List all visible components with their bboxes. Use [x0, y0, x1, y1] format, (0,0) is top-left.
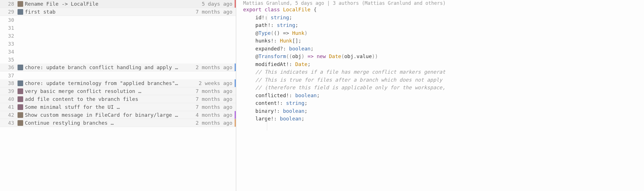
avatar-icon [18, 65, 23, 70]
change-indicator [235, 0, 236, 8]
commit-message: Continue restyling branches … [25, 120, 196, 126]
code-line[interactable]: id!: string; [243, 14, 644, 22]
blame-row[interactable]: 29first stab7 months ago [0, 8, 236, 16]
change-indicator [235, 79, 236, 87]
blame-row: 35 [0, 56, 236, 63]
change-indicator [235, 16, 236, 24]
line-number: 39 [0, 88, 18, 94]
code-editor-panel: Mattias Granlund, 5 days ago | 3 authors… [236, 0, 644, 191]
code-line[interactable]: // This indicates if a file has merge co… [243, 68, 644, 76]
git-blame-panel: 28Rename File -> LocalFile5 days ago29fi… [0, 0, 236, 191]
change-indicator [235, 8, 236, 16]
commit-message: chore: update terminology from "applied … [25, 80, 199, 86]
blame-row: 31 [0, 24, 236, 32]
keyword-export: export [243, 7, 262, 12]
change-indicator [235, 95, 236, 103]
line-number: 34 [0, 49, 18, 55]
commit-message: add file content to the vbranch files [25, 96, 196, 102]
avatar-icon [18, 96, 23, 102]
brace: { [314, 7, 317, 12]
code-line[interactable]: @Transform((obj) => new Date(obj.value)) [243, 52, 644, 60]
commit-date: 5 days ago [202, 1, 235, 7]
line-number: 35 [0, 57, 18, 63]
commit-date: 7 months ago [196, 104, 235, 110]
line-number: 43 [0, 120, 18, 126]
change-indicator [235, 87, 236, 95]
code-line[interactable]: conflicted!: boolean; [243, 92, 644, 99]
change-indicator [235, 71, 236, 79]
code-line[interactable]: // This is true for files after a branch… [243, 76, 644, 84]
line-number: 33 [0, 41, 18, 47]
class-name: LocalFile [283, 7, 311, 12]
commit-date: 7 months ago [196, 88, 235, 94]
code-line[interactable]: path!: string; [243, 21, 644, 29]
line-number: 28 [0, 1, 18, 7]
code-line[interactable]: content!: string; [243, 99, 644, 107]
avatar-icon [18, 9, 23, 15]
code-line[interactable]: binary!: boolean; [243, 107, 644, 115]
line-number: 31 [0, 25, 18, 31]
code-line[interactable]: // (therefore this field is applicable o… [243, 84, 644, 92]
line-number: 36 [0, 64, 18, 70]
line-number: 38 [0, 80, 18, 86]
line-number: 29 [0, 9, 18, 15]
blame-row: 33 [0, 40, 236, 48]
avatar-icon [18, 80, 23, 86]
commit-message: first stab [25, 9, 196, 15]
line-number: 40 [0, 96, 18, 102]
change-indicator [235, 103, 236, 111]
code-line[interactable]: export class LocalFile { [243, 6, 644, 14]
code-line[interactable]: modifiedAt!: Date; [243, 60, 644, 68]
change-indicator [235, 56, 236, 63]
avatar-icon [18, 88, 23, 94]
code-line[interactable] [243, 123, 644, 131]
commit-date: 4 months ago [196, 112, 235, 118]
code-line[interactable]: expanded?: boolean; [243, 45, 644, 53]
commit-message: Rename File -> LocalFile [25, 1, 202, 7]
code-line[interactable]: large!: boolean; [243, 115, 644, 123]
blame-row: 32 [0, 32, 236, 40]
commit-date: 2 months ago [196, 120, 235, 126]
commit-date: 7 months ago [196, 96, 235, 102]
commit-date: 2 weeks ago [199, 80, 235, 86]
line-number: 30 [0, 17, 18, 23]
blame-row[interactable]: 41Some minimal stuff for the UI …7 month… [0, 103, 236, 111]
blame-row: 34 [0, 48, 236, 56]
change-indicator [235, 32, 236, 40]
line-number: 42 [0, 112, 18, 118]
commit-date: 7 months ago [196, 9, 235, 15]
commit-date: 2 months ago [196, 64, 235, 70]
commit-message: very basic merge conflict resolution … [25, 88, 196, 94]
avatar-icon [18, 104, 23, 110]
blame-row: 30 [0, 16, 236, 24]
commit-message: Show custom message in FileCard for bina… [25, 112, 196, 118]
keyword-class: class [265, 7, 280, 12]
change-indicator [235, 40, 236, 48]
blame-row[interactable]: 42Show custom message in FileCard for bi… [0, 111, 236, 119]
blame-row[interactable]: 39very basic merge conflict resolution …… [0, 87, 236, 95]
blame-row[interactable]: 40add file content to the vbranch files7… [0, 95, 236, 103]
change-indicator [235, 48, 236, 56]
blame-row[interactable]: 36chore: update branch conflict handling… [0, 63, 236, 71]
avatar-icon [18, 120, 23, 126]
blame-row: 37 [0, 71, 236, 79]
change-indicator [235, 111, 236, 119]
change-indicator [235, 24, 236, 32]
line-number: 37 [0, 73, 18, 78]
blame-row[interactable]: 38chore: update terminology from "applie… [0, 79, 236, 87]
code-lens-header[interactable]: Mattias Granlund, 5 days ago | 3 authors… [243, 0, 644, 6]
change-indicator [235, 119, 236, 127]
commit-message: chore: update branch conflict handling a… [25, 64, 196, 70]
code-line[interactable]: hunks!: Hunk[]; [243, 37, 644, 45]
avatar-icon [18, 1, 23, 7]
line-number: 32 [0, 33, 18, 39]
avatar-icon [18, 112, 23, 118]
commit-message: Some minimal stuff for the UI … [25, 104, 196, 110]
blame-row[interactable]: 28Rename File -> LocalFile5 days ago [0, 0, 236, 8]
blame-row[interactable]: 43Continue restyling branches …2 months … [0, 119, 236, 127]
change-indicator [235, 63, 236, 71]
line-number: 41 [0, 104, 18, 110]
code-line[interactable]: @Type(() => Hunk) [243, 29, 644, 37]
